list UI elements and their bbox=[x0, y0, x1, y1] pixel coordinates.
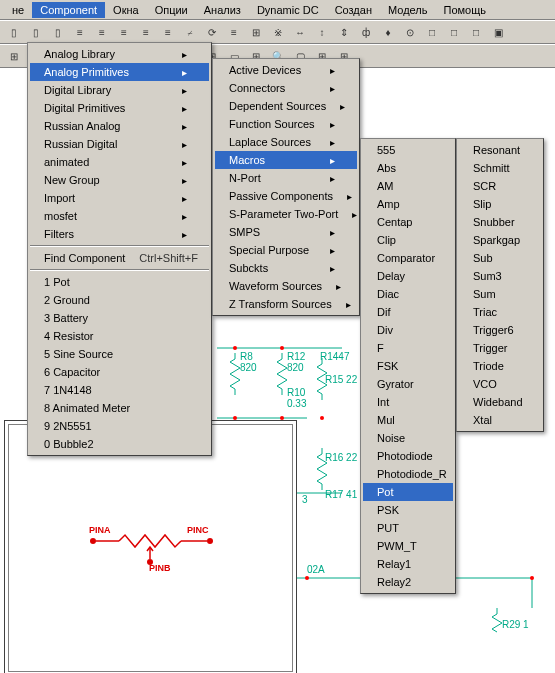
menu-recent-item[interactable]: 2 Ground bbox=[30, 291, 209, 309]
menu-recent-item[interactable]: 5 Sine Source bbox=[30, 345, 209, 363]
menu-item[interactable]: New Group▸ bbox=[30, 171, 209, 189]
menu-item[interactable]: Subckts▸ bbox=[215, 259, 357, 277]
toolbar-button[interactable]: ⟳ bbox=[202, 22, 222, 42]
toolbar-button[interactable]: ≡ bbox=[224, 22, 244, 42]
menu-item[interactable]: Sum bbox=[459, 285, 541, 303]
menu-item[interactable]: animated▸ bbox=[30, 153, 209, 171]
menu-item[interactable]: Triac bbox=[459, 303, 541, 321]
toolbar-button[interactable]: ≡ bbox=[158, 22, 178, 42]
menu-item[interactable]: Int bbox=[363, 393, 453, 411]
toolbar-button[interactable]: ⊞ bbox=[4, 46, 24, 66]
menu-item[interactable]: Snubber bbox=[459, 213, 541, 231]
menu-item[interactable]: FSK bbox=[363, 357, 453, 375]
toolbar-button[interactable]: ф bbox=[356, 22, 376, 42]
menubar-item[interactable]: Окна bbox=[105, 2, 147, 18]
menu-item[interactable]: Relay2 bbox=[363, 573, 453, 591]
menubar-item[interactable]: Помощь bbox=[435, 2, 494, 18]
menu-item[interactable]: Abs bbox=[363, 159, 453, 177]
menu-recent-item[interactable]: 6 Capacitor bbox=[30, 363, 209, 381]
menu-item[interactable]: Dif bbox=[363, 303, 453, 321]
menu-item[interactable]: Delay bbox=[363, 267, 453, 285]
menu-recent-item[interactable]: 9 2N5551 bbox=[30, 417, 209, 435]
menu-item[interactable]: Wideband bbox=[459, 393, 541, 411]
toolbar-button[interactable]: ▣ bbox=[488, 22, 508, 42]
toolbar-button[interactable]: □ bbox=[422, 22, 442, 42]
menu-item[interactable]: Active Devices▸ bbox=[215, 61, 357, 79]
menu-item[interactable]: Digital Primitives▸ bbox=[30, 99, 209, 117]
menu-recent-item[interactable]: 3 Battery bbox=[30, 309, 209, 327]
menubar-item[interactable]: Component bbox=[32, 2, 105, 18]
menubar-item[interactable]: не bbox=[4, 2, 32, 18]
toolbar-button[interactable]: ≡ bbox=[92, 22, 112, 42]
toolbar-button[interactable]: ↕ bbox=[312, 22, 332, 42]
menu-item[interactable]: Laplace Sources▸ bbox=[215, 133, 357, 151]
menu-item[interactable]: Z Transform Sources▸ bbox=[215, 295, 357, 313]
menu-item[interactable]: Photodiode bbox=[363, 447, 453, 465]
menu-item[interactable]: Macros▸ bbox=[215, 151, 357, 169]
menu-item[interactable]: Schmitt bbox=[459, 159, 541, 177]
menu-item[interactable]: Sparkgap bbox=[459, 231, 541, 249]
toolbar-button[interactable]: ↔ bbox=[290, 22, 310, 42]
menu-item[interactable]: Comparator bbox=[363, 249, 453, 267]
menubar-item[interactable]: Создан bbox=[327, 2, 380, 18]
menu-recent-item[interactable]: 1 Pot bbox=[30, 273, 209, 291]
menu-item[interactable]: Connectors▸ bbox=[215, 79, 357, 97]
menu-recent-item[interactable]: 8 Animated Meter bbox=[30, 399, 209, 417]
menu-item[interactable]: F bbox=[363, 339, 453, 357]
menubar-item[interactable]: Модель bbox=[380, 2, 435, 18]
menu-item[interactable]: Passive Components▸ bbox=[215, 187, 357, 205]
menu-item[interactable]: 555 bbox=[363, 141, 453, 159]
menu-item[interactable]: Clip bbox=[363, 231, 453, 249]
menu-item[interactable]: Trigger6 bbox=[459, 321, 541, 339]
menubar-item[interactable]: Анализ bbox=[196, 2, 249, 18]
toolbar-button[interactable]: ▯ bbox=[26, 22, 46, 42]
menu-item[interactable]: Function Sources▸ bbox=[215, 115, 357, 133]
menu-item[interactable]: Mul bbox=[363, 411, 453, 429]
menu-item[interactable]: AM bbox=[363, 177, 453, 195]
menu-recent-item[interactable]: 4 Resistor bbox=[30, 327, 209, 345]
menu-item[interactable]: SCR bbox=[459, 177, 541, 195]
toolbar-button[interactable]: ≡ bbox=[70, 22, 90, 42]
menubar-item[interactable]: Опции bbox=[147, 2, 196, 18]
menu-item[interactable]: PSK bbox=[363, 501, 453, 519]
toolbar-button[interactable]: ⇕ bbox=[334, 22, 354, 42]
menu-item[interactable]: S-Parameter Two-Port▸ bbox=[215, 205, 357, 223]
toolbar-button[interactable]: ♦ bbox=[378, 22, 398, 42]
menu-item[interactable]: Relay1 bbox=[363, 555, 453, 573]
menu-item[interactable]: Diac bbox=[363, 285, 453, 303]
menu-item[interactable]: Amp bbox=[363, 195, 453, 213]
menu-item[interactable]: Filters▸ bbox=[30, 225, 209, 243]
menu-item[interactable]: Analog Primitives▸ bbox=[30, 63, 209, 81]
menu-item[interactable]: Triode bbox=[459, 357, 541, 375]
menu-item[interactable]: Special Purpose▸ bbox=[215, 241, 357, 259]
menu-item[interactable]: Import▸ bbox=[30, 189, 209, 207]
menu-item[interactable]: Slip bbox=[459, 195, 541, 213]
menu-item[interactable]: Sum3 bbox=[459, 267, 541, 285]
toolbar-button[interactable]: ▯ bbox=[48, 22, 68, 42]
menu-item[interactable]: Trigger bbox=[459, 339, 541, 357]
menu-item[interactable]: Digital Library▸ bbox=[30, 81, 209, 99]
menu-item-find-component[interactable]: Find ComponentCtrl+Shift+F bbox=[30, 249, 209, 267]
toolbar-button[interactable]: □ bbox=[466, 22, 486, 42]
menu-item[interactable]: PUT bbox=[363, 519, 453, 537]
menu-item[interactable]: Russian Digital▸ bbox=[30, 135, 209, 153]
toolbar-button[interactable]: □ bbox=[444, 22, 464, 42]
menu-item[interactable]: PWM_T bbox=[363, 537, 453, 555]
menu-item[interactable]: mosfet▸ bbox=[30, 207, 209, 225]
menu-item[interactable]: Analog Library▸ bbox=[30, 45, 209, 63]
menu-item[interactable]: N-Port▸ bbox=[215, 169, 357, 187]
menu-recent-item[interactable]: 7 1N4148 bbox=[30, 381, 209, 399]
toolbar-button[interactable]: ≡ bbox=[136, 22, 156, 42]
menu-item[interactable]: SMPS▸ bbox=[215, 223, 357, 241]
menu-item[interactable]: Russian Analog▸ bbox=[30, 117, 209, 135]
menu-item[interactable]: Centap bbox=[363, 213, 453, 231]
menu-item[interactable]: Dependent Sources▸ bbox=[215, 97, 357, 115]
toolbar-button[interactable]: ≡ bbox=[114, 22, 134, 42]
toolbar-button[interactable]: ⌿ bbox=[180, 22, 200, 42]
menu-item[interactable]: Sub bbox=[459, 249, 541, 267]
menu-item[interactable]: Gyrator bbox=[363, 375, 453, 393]
toolbar-button[interactable]: ⊞ bbox=[246, 22, 266, 42]
toolbar-button[interactable]: ▯ bbox=[4, 22, 24, 42]
menu-item[interactable]: Xtal bbox=[459, 411, 541, 429]
menu-item[interactable]: Resonant bbox=[459, 141, 541, 159]
